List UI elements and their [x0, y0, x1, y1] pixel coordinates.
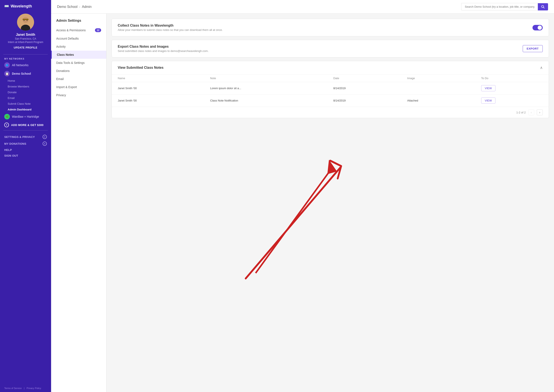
admin-sidebar: Admin Settings Access & Permissions 12 A…	[51, 14, 107, 392]
col-header-date: Date	[333, 77, 407, 80]
settings-link[interactable]: SETTINGS & PRIVACY +	[4, 134, 47, 140]
pagination-prev-button[interactable]: ‹	[528, 109, 534, 115]
breadcrumb: Demo School › Admin	[57, 5, 92, 9]
divider-1	[3, 54, 48, 55]
row1-action: VIEW	[481, 85, 543, 91]
collect-card-title: Collect Class Notes in Wavelength	[118, 24, 223, 28]
pagination-next-button[interactable]: ›	[537, 109, 543, 115]
main-panel-wrapper: Collect Class Notes in Wavelength Allow …	[107, 14, 554, 392]
search-icon	[541, 5, 545, 8]
admin-nav-class-notes[interactable]: Class Notes	[51, 51, 106, 59]
sidebar-item-browse-members[interactable]: Browse Members	[0, 84, 51, 89]
logo-icon: ⌨️	[4, 4, 9, 8]
red-arrow	[246, 161, 341, 279]
row1-name: Janet Smith '00	[118, 87, 210, 90]
privacy-link[interactable]: Privacy Policy	[27, 387, 41, 389]
help-link[interactable]: HELP	[4, 147, 47, 152]
wardlaw-label: Wardlaw + Hartridge	[12, 115, 39, 118]
col-header-name: Name	[118, 77, 210, 80]
admin-nav-access-permissions[interactable]: Access & Permissions 12	[51, 26, 106, 35]
collect-class-notes-card: Collect Class Notes in Wavelength Allow …	[112, 19, 549, 36]
sidebar-item-all-networks[interactable]: 🔷 All Networks	[0, 61, 51, 69]
table-row: Janet Smith '00 Class Note Notification …	[112, 94, 549, 107]
row2-note: Class Note Notification	[210, 99, 334, 102]
svg-point-4	[24, 20, 24, 21]
profile-role: Intern at Infant-Parent Program	[8, 41, 43, 44]
wardlaw-icon: 🌿	[4, 114, 10, 119]
sidebar-item-email[interactable]: Email	[0, 95, 51, 101]
networks-label: MY NETWORKS	[0, 56, 51, 61]
export-card-row: Export Class Notes and Images Send submi…	[112, 40, 549, 57]
donations-link[interactable]: MY DONATIONS +	[4, 141, 47, 147]
svg-line-8	[256, 170, 330, 273]
export-button[interactable]: EXPORT	[523, 45, 543, 52]
add-more-icon: +	[4, 123, 9, 127]
avatar	[17, 14, 34, 31]
admin-nav-import-export[interactable]: Import & Export	[51, 83, 106, 91]
view-submitted-title: View Submitted Class Notes	[118, 66, 163, 70]
all-networks-icon: 🔷	[4, 62, 10, 68]
content-area: Admin Settings Access & Permissions 12 A…	[51, 14, 554, 392]
sidebar: ⌨️ Wavelength Janet Smith San Francisco,…	[0, 0, 51, 392]
col-header-note: Note	[210, 77, 334, 80]
add-more-button[interactable]: + ADD MORE & GET $300	[0, 121, 51, 129]
sidebar-footer: Terms of Service | Privacy Policy	[0, 384, 51, 392]
collect-card-text: Collect Class Notes in Wavelength Allow …	[118, 24, 223, 31]
svg-point-5	[27, 20, 28, 21]
profile-name: Janet Smith	[16, 33, 35, 37]
export-card-description: Send submitted class notes and images to…	[118, 49, 209, 53]
admin-nav-account-defaults[interactable]: Account Defaults	[51, 35, 106, 42]
donations-plus-icon: +	[43, 141, 47, 146]
collapse-icon[interactable]: ∧	[540, 65, 543, 70]
sidebar-item-submit-class-note[interactable]: Submit Class Note	[0, 101, 51, 107]
add-more-label: ADD MORE & GET $300	[11, 123, 43, 127]
row1-date: 8/14/2019	[333, 87, 407, 90]
app-logo[interactable]: ⌨️ Wavelength	[0, 0, 51, 12]
collect-card-row: Collect Class Notes in Wavelength Allow …	[112, 19, 549, 36]
breadcrumb-admin[interactable]: Admin	[82, 5, 92, 9]
export-card: Export Class Notes and Images Send submi…	[112, 40, 549, 57]
bottom-links: SETTINGS & PRIVACY + MY DONATIONS + HELP…	[0, 132, 51, 160]
update-profile-button[interactable]: UPDATE PROFILE	[14, 46, 37, 49]
logo-text: Wavelength	[11, 4, 32, 8]
collect-card-description: Allow your members to submit class notes…	[118, 28, 223, 31]
profile-section: Janet Smith San Francisco, CA Intern at …	[0, 12, 51, 53]
svg-rect-3	[22, 19, 28, 20]
terms-link[interactable]: Terms of Service	[4, 387, 22, 389]
breadcrumb-school[interactable]: Demo School	[57, 5, 78, 9]
admin-nav-privacy[interactable]: Privacy	[51, 91, 106, 99]
pagination: 1-2 of 2 ‹ ›	[112, 107, 549, 118]
row1-view-button[interactable]: VIEW	[481, 85, 496, 91]
row2-view-button[interactable]: VIEW	[481, 98, 496, 104]
search-input[interactable]	[461, 3, 538, 10]
access-permissions-badge: 12	[95, 28, 101, 32]
search-area	[461, 3, 548, 10]
search-button[interactable]	[538, 3, 548, 10]
table-row: Janet Smith '00 Lorem ipsum dolor sit a.…	[112, 82, 549, 94]
signout-link[interactable]: SIGN OUT	[4, 153, 47, 158]
breadcrumb-separator: ›	[79, 5, 80, 8]
admin-sidebar-title: Admin Settings	[51, 19, 106, 26]
main-panel: Collect Class Notes in Wavelength Allow …	[107, 14, 554, 127]
sidebar-item-donate[interactable]: Donate	[0, 89, 51, 95]
row2-name: Janet Smith '00	[118, 99, 210, 102]
view-submitted-card: View Submitted Class Notes ∧ Name Note D…	[112, 61, 549, 118]
sidebar-item-home[interactable]: Home	[0, 78, 51, 84]
svg-marker-9	[324, 158, 337, 174]
main-area: Demo School › Admin Admin Settings Acces…	[51, 0, 554, 392]
sidebar-item-demo-school[interactable]: 📋 Demo School	[0, 69, 51, 78]
admin-nav-activity[interactable]: Activity	[51, 42, 106, 51]
demo-school-label: Demo School	[12, 72, 31, 75]
collect-toggle[interactable]	[533, 25, 543, 30]
all-networks-label: All Networks	[12, 63, 28, 67]
admin-nav-email[interactable]: Email	[51, 75, 106, 83]
export-card-title: Export Class Notes and Images	[118, 45, 209, 49]
admin-nav-donations[interactable]: Donations	[51, 67, 106, 75]
admin-nav-data-tools[interactable]: Data Tools & Settings	[51, 59, 106, 67]
table-header: Name Note Date Image To Do	[112, 75, 549, 82]
settings-plus-icon: +	[43, 135, 47, 139]
sidebar-item-wardlaw[interactable]: 🌿 Wardlaw + Hartridge	[0, 112, 51, 121]
sidebar-item-admin-dashboard[interactable]: Admin Dashboard	[0, 107, 51, 112]
export-card-text: Export Class Notes and Images Send submi…	[118, 45, 209, 53]
svg-line-10	[246, 168, 340, 279]
